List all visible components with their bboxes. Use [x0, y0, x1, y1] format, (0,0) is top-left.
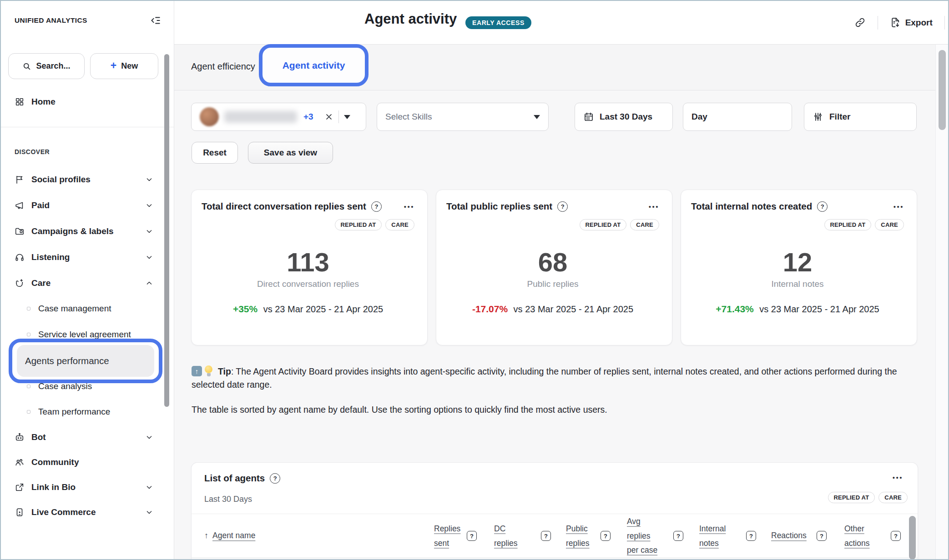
sidebar-item-bot[interactable]: Bot: [1, 425, 168, 450]
sidebar-item-agents-performance[interactable]: Agents performance: [17, 345, 154, 377]
sidebar-scrollbar[interactable]: [164, 54, 169, 407]
sidebar-item-social-profiles[interactable]: Social profiles: [1, 167, 168, 192]
column-help[interactable]: [891, 531, 901, 541]
tab-bar: [174, 45, 949, 90]
people-icon: [15, 457, 25, 467]
card-more-icon[interactable]: [404, 203, 414, 210]
compare-range: vs 23 Mar 2025 - 21 Apr 2025: [759, 304, 879, 314]
collapse-sidebar-icon: [149, 15, 161, 26]
chevron-down-icon: [145, 253, 154, 262]
sidebar-item-campaigns-labels[interactable]: Campaigns & labels: [1, 219, 168, 244]
filter-label: Filter: [829, 112, 850, 122]
column-help[interactable]: [467, 531, 477, 541]
metric-value: 113: [202, 247, 414, 277]
sidebar-item-listening[interactable]: Listening: [1, 245, 168, 270]
column-avg-replies-per-case[interactable]: Avg replies per case: [627, 515, 663, 558]
delta-value: -17.07%: [472, 304, 508, 314]
page-title: Agent activity: [364, 11, 457, 27]
column-other-actions[interactable]: Other actions: [844, 522, 876, 550]
card-more-icon[interactable]: [893, 203, 904, 210]
robot-icon: [15, 432, 25, 442]
tab-agent-efficiency[interactable]: Agent efficiency: [191, 61, 255, 72]
export-icon: [890, 17, 901, 28]
replied-at-badge: REPLIED AT: [828, 492, 875, 503]
filter-sliders-icon: [813, 111, 823, 122]
bullet-icon: [27, 410, 30, 414]
sidebar-item-service-level-agreement[interactable]: Service level agreement: [1, 322, 168, 347]
replied-at-badge: REPLIED AT: [580, 219, 627, 230]
agents-filter-chip[interactable]: +3: [191, 103, 366, 131]
select-skills-dropdown[interactable]: Select Skills: [377, 103, 549, 131]
agent-name-redacted: [224, 111, 297, 123]
help-icon[interactable]: [371, 201, 382, 212]
card-title: Total internal notes created: [691, 201, 812, 212]
tip-body: : The Agent Activity Board provides insi…: [192, 366, 897, 390]
metric-label: Direct conversation replies: [202, 279, 414, 289]
granularity-dropdown[interactable]: Day: [683, 103, 792, 131]
early-access-badge: EARLY ACCESS: [465, 16, 531, 29]
sidebar-divider: [1, 127, 174, 127]
column-replies-sent[interactable]: Replies sent: [434, 522, 463, 550]
table-more-icon[interactable]: [893, 474, 903, 481]
tip-label: Tip: [218, 366, 231, 376]
help-icon[interactable]: [270, 473, 280, 484]
table-header-row: Agent name Replies sent DC replies Publi…: [192, 514, 918, 558]
caret-down-icon[interactable]: [344, 115, 350, 119]
column-dc-replies[interactable]: DC replies: [494, 522, 520, 550]
table-scrollbar[interactable]: [909, 516, 916, 560]
sidebar-item-case-management[interactable]: Case management: [1, 296, 168, 321]
column-reactions[interactable]: Reactions: [771, 529, 807, 543]
column-public-replies[interactable]: Public replies: [566, 522, 595, 550]
sidebar-item-home[interactable]: Home: [1, 90, 168, 114]
chevron-down-icon: [145, 508, 154, 517]
replied-at-badge: REPLIED AT: [335, 219, 382, 230]
date-range-picker[interactable]: Last 30 Days: [575, 103, 673, 131]
copy-link-button[interactable]: [854, 17, 866, 28]
column-internal-notes[interactable]: Internal notes: [699, 522, 734, 550]
sidebar-item-link-in-bio[interactable]: Link in Bio: [1, 475, 168, 500]
export-button[interactable]: Export: [890, 17, 933, 28]
folder-tag-icon: [15, 226, 25, 236]
column-help[interactable]: [746, 531, 756, 541]
clear-filter-icon[interactable]: [324, 112, 333, 121]
help-icon: [891, 531, 901, 541]
column-agent-name[interactable]: Agent name: [204, 529, 255, 543]
filter-button[interactable]: Filter: [804, 103, 917, 131]
chevron-down-icon: [145, 175, 154, 184]
page-scrollbar-thumb[interactable]: [939, 50, 946, 130]
card-title: Total direct conversation replies sent: [202, 201, 366, 212]
sidebar-item-care[interactable]: Care: [1, 271, 168, 295]
card-more-icon[interactable]: [649, 203, 659, 210]
chevron-up-icon: [145, 279, 154, 288]
new-button[interactable]: + New: [90, 53, 158, 79]
page-scrollbar[interactable]: [935, 45, 949, 559]
column-help[interactable]: [541, 531, 551, 541]
sidebar-item-case-analysis[interactable]: Case analysis: [1, 374, 168, 399]
search-button[interactable]: Search...: [8, 53, 85, 79]
column-help[interactable]: [601, 531, 611, 541]
column-help[interactable]: [673, 531, 683, 541]
metric-label: Internal notes: [691, 279, 904, 289]
select-skills-placeholder: Select Skills: [385, 112, 432, 122]
replied-at-badge: REPLIED AT: [824, 219, 872, 230]
column-help[interactable]: [817, 531, 827, 541]
help-icon: [541, 531, 551, 541]
sidebar-item-paid[interactable]: Paid: [1, 193, 168, 218]
table-period: Last 30 Days: [204, 495, 252, 504]
sidebar-item-live-commerce[interactable]: Live Commerce: [1, 500, 168, 525]
app-window: UNIFIED ANALYTICS Search... + New Home: [0, 0, 949, 560]
delta-value: +71.43%: [716, 304, 754, 314]
sidebar-item-team-performance[interactable]: Team performance: [1, 400, 168, 424]
metric-label: Public replies: [446, 279, 659, 289]
discover-section-label: DISCOVER: [15, 148, 50, 155]
help-icon[interactable]: [557, 201, 568, 212]
sidebar-item-community[interactable]: Community: [1, 450, 168, 475]
help-icon[interactable]: [817, 201, 828, 212]
save-as-view-button[interactable]: Save as view: [248, 142, 333, 164]
bullet-icon: [27, 307, 30, 310]
search-label: Search...: [36, 61, 70, 71]
care-badge: CARE: [630, 219, 659, 230]
flag-icon: [15, 175, 25, 185]
reset-button[interactable]: Reset: [192, 142, 238, 164]
collapse-sidebar-button[interactable]: [147, 13, 163, 28]
